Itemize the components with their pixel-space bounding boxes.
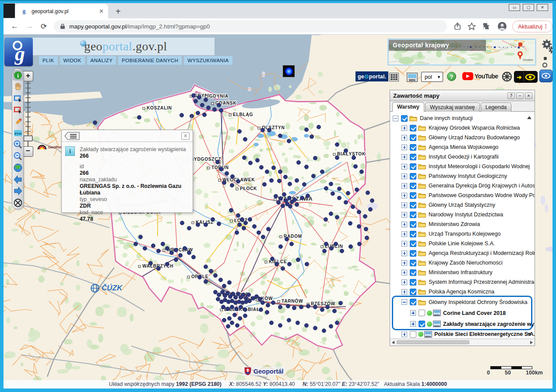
facility-dot[interactable] — [247, 299, 251, 303]
grid-icon[interactable] — [389, 73, 399, 81]
zoom-in-button[interactable]: + — [23, 71, 33, 81]
facility-dot[interactable] — [213, 290, 217, 294]
facility-dot[interactable] — [278, 305, 282, 309]
overview-map[interactable]: Grodno Geoportal krajowy — [387, 39, 536, 66]
facility-dot[interactable] — [218, 278, 222, 282]
facility-dot[interactable] — [156, 249, 160, 253]
menu-plik[interactable]: PLIK — [39, 56, 58, 65]
facility-dot[interactable] — [302, 182, 306, 186]
facility-dot[interactable] — [292, 306, 296, 310]
select-rect-tool[interactable] — [13, 93, 23, 104]
pan-tool[interactable] — [13, 81, 23, 92]
facility-dot[interactable] — [274, 262, 278, 266]
facility-dot[interactable] — [295, 202, 299, 206]
xyh-tool[interactable]: XYH — [13, 128, 23, 138]
expander-plus-icon[interactable] — [401, 125, 407, 131]
facility-dot[interactable] — [296, 258, 300, 261]
zoom-out-tool[interactable] — [13, 151, 23, 162]
facility-dot[interactable] — [320, 307, 324, 311]
layer-checkbox[interactable] — [410, 240, 416, 247]
facility-dot[interactable] — [364, 227, 368, 231]
facility-dot[interactable] — [196, 222, 200, 226]
facility-dot[interactable] — [161, 242, 165, 246]
layer-row[interactable]: Zakłady stwarzające zagrożenie wys — [390, 318, 535, 329]
facility-dot[interactable] — [296, 321, 299, 325]
toggle-buttons[interactable]: ➜ — [514, 71, 538, 83]
facility-dot[interactable] — [287, 262, 291, 266]
facility-dot[interactable] — [355, 187, 359, 191]
facility-dot[interactable] — [306, 304, 310, 308]
facility-dot[interactable] — [254, 294, 258, 298]
facility-dot[interactable] — [366, 191, 369, 194]
facility-dot[interactable] — [204, 222, 208, 226]
locate-icon[interactable] — [542, 63, 547, 67]
facility-dot[interactable] — [226, 324, 230, 328]
facility-dot[interactable] — [295, 178, 299, 182]
layer-checkbox[interactable] — [410, 125, 416, 131]
info-tool[interactable]: i — [13, 70, 23, 81]
settings-gears-icon[interactable] — [541, 38, 552, 54]
facility-dot[interactable] — [317, 125, 320, 129]
facility-dot[interactable] — [278, 134, 282, 138]
facility-dot[interactable] — [211, 217, 215, 221]
facility-dot[interactable] — [260, 300, 264, 304]
minimize-button[interactable]: ▭ — [509, 4, 520, 11]
scroll-up-arrow[interactable] — [527, 116, 531, 119]
globe-tool[interactable] — [13, 162, 23, 173]
layer-checkbox[interactable] — [410, 250, 416, 257]
layer-checkbox[interactable] — [410, 260, 416, 266]
scroll-down-arrow[interactable] — [527, 333, 531, 336]
facility-dot[interactable] — [213, 273, 217, 277]
expander-plus-icon[interactable] — [401, 183, 407, 189]
expander-plus-icon[interactable] — [401, 270, 407, 275]
facility-dot[interactable] — [225, 171, 229, 175]
menu-widok[interactable]: WIDOK — [60, 56, 85, 65]
facility-dot[interactable] — [335, 321, 339, 325]
facility-dot[interactable] — [288, 182, 292, 186]
facility-dot[interactable] — [365, 236, 369, 240]
facility-dot[interactable] — [304, 127, 308, 131]
layer-row[interactable]: Polska Agencja Kosmiczna — [390, 287, 535, 297]
facility-dot[interactable] — [257, 230, 260, 234]
expander-plus-icon[interactable] — [401, 193, 407, 198]
facility-dot[interactable] — [335, 155, 339, 159]
facility-dot[interactable] — [306, 194, 310, 198]
geoportal-mini-logo[interactable]: ge⊙portal. — [355, 71, 388, 81]
facility-dot[interactable] — [93, 120, 97, 124]
facility-dot[interactable] — [236, 179, 240, 183]
facility-dot[interactable] — [236, 292, 240, 296]
facility-dot[interactable] — [304, 323, 308, 327]
facility-dot[interactable] — [300, 196, 304, 200]
collapse-icon[interactable] — [544, 57, 547, 60]
facility-dot[interactable] — [286, 304, 290, 308]
facility-dot[interactable] — [276, 200, 280, 204]
facility-dot[interactable] — [278, 244, 282, 248]
facility-dot[interactable] — [337, 187, 341, 191]
geoportal-logo[interactable]: g — [4, 38, 33, 66]
layer-checkbox[interactable] — [410, 289, 416, 295]
facility-dot[interactable] — [243, 221, 247, 225]
facility-dot[interactable] — [311, 174, 315, 178]
expander-minus-icon[interactable] — [393, 116, 398, 121]
browser-menu-icon[interactable]: ⋮ — [543, 23, 549, 29]
facility-dot[interactable] — [266, 303, 270, 307]
facility-dot[interactable] — [204, 279, 208, 283]
facility-dot[interactable] — [237, 222, 241, 226]
layer-row[interactable]: Dane innych instytucji — [390, 113, 535, 123]
youtube-link[interactable]: YouTube — [462, 72, 498, 80]
facility-dot[interactable] — [234, 307, 238, 311]
layer-checkbox[interactable] — [410, 202, 416, 208]
layer-row[interactable]: Generalna Dyrekcja Dróg Krajowych i Auto… — [390, 181, 535, 191]
facility-dot[interactable] — [187, 226, 191, 230]
panel-close-button[interactable]: × — [525, 92, 532, 99]
facility-dot[interactable] — [197, 275, 201, 279]
facility-dot[interactable] — [187, 251, 191, 254]
layer-row[interactable]: Narodowy Instytut Dziedzictwa — [390, 210, 535, 219]
facility-dot[interactable] — [219, 108, 223, 112]
facility-dot[interactable] — [243, 314, 247, 318]
facility-dot[interactable] — [329, 246, 333, 250]
facility-dot[interactable] — [221, 305, 225, 309]
facility-dot[interactable] — [281, 266, 285, 270]
scroll-right-arrow[interactable] — [530, 341, 533, 344]
layer-checkbox[interactable] — [410, 299, 416, 305]
